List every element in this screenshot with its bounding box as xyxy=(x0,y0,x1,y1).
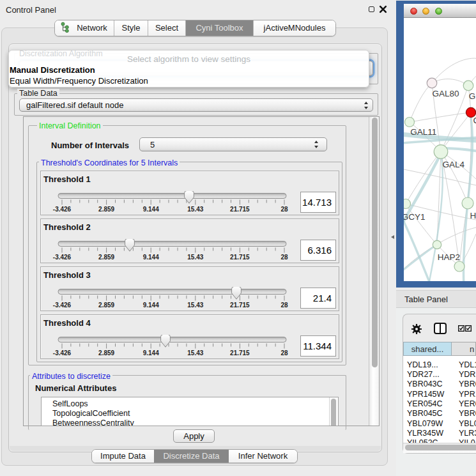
svg-text:GAL4: GAL4 xyxy=(443,160,465,169)
svg-text:H: H xyxy=(470,211,476,220)
svg-text:G: G xyxy=(469,91,476,101)
svg-text:C: C xyxy=(473,116,476,125)
svg-text:GAL80: GAL80 xyxy=(433,89,459,98)
svg-text:GCY1: GCY1 xyxy=(404,212,425,222)
svg-text:HAP2: HAP2 xyxy=(438,252,460,262)
svg-text:GAL11: GAL11 xyxy=(410,127,436,137)
